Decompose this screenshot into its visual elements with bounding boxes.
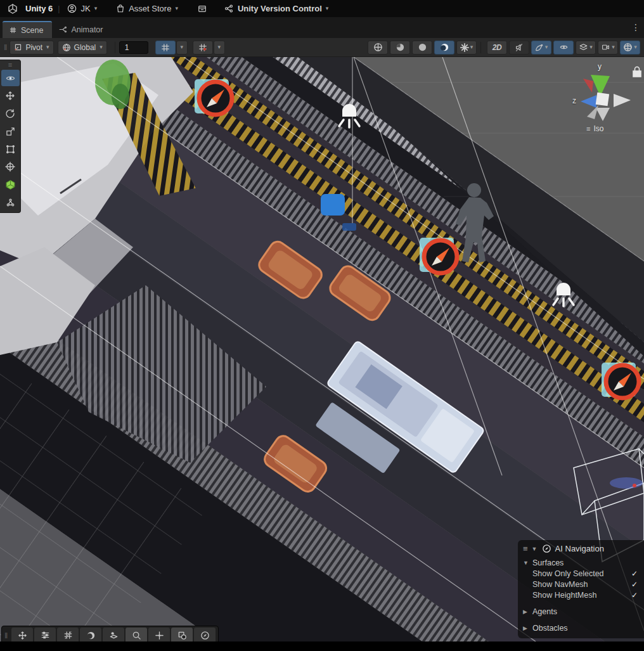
transform-icon xyxy=(5,162,15,172)
overlay-drag-handle[interactable]: ≡ xyxy=(8,61,12,69)
layers-dropdown-button[interactable]: ▾ xyxy=(576,41,596,55)
unity-logo-icon xyxy=(5,3,20,15)
joints-icon xyxy=(6,198,15,207)
rect-tool-button[interactable] xyxy=(1,141,20,157)
draw-mode-shaded-wireframe-button[interactable] xyxy=(390,41,410,55)
shaded-wireframe-sphere-icon xyxy=(396,42,405,52)
handle-orientation-button[interactable]: Global ▾ xyxy=(58,41,107,55)
grid-and-snap-overlay-button[interactable] xyxy=(57,628,79,641)
overlay-drag-handle[interactable]: ≡ xyxy=(523,544,528,553)
asset-store-button[interactable]: Asset Store ▾ xyxy=(113,3,181,15)
custom-navmesh-tool-button[interactable] xyxy=(1,176,20,193)
transform-tool-button[interactable] xyxy=(1,158,20,175)
rect-icon xyxy=(6,145,15,154)
camera-settings-dropdown-button[interactable]: ▾ xyxy=(598,41,618,55)
eye-icon xyxy=(5,74,16,83)
grid-snap-icon xyxy=(63,631,73,640)
audio-toggle[interactable] xyxy=(509,41,529,55)
navmesh-surface-gizmo-1[interactable] xyxy=(195,79,232,115)
z-axis-label: z xyxy=(572,96,576,105)
show-navmesh-row[interactable]: Show NavMesh ✓ xyxy=(532,580,639,589)
layers-icon xyxy=(579,43,588,52)
scene-lighting-button[interactable] xyxy=(412,41,432,55)
view-tool-button[interactable] xyxy=(1,70,20,86)
scale-tool-button[interactable] xyxy=(1,123,20,139)
account-menu-button[interactable]: JK ▾ xyxy=(65,3,100,15)
scene-debug-overlay-button[interactable] xyxy=(103,628,124,641)
paint-effects-icon xyxy=(535,43,544,52)
scene-lighting-toggle-button[interactable] xyxy=(434,41,454,55)
account-icon xyxy=(67,4,77,13)
pivot-icon xyxy=(14,43,22,51)
camera-icon xyxy=(601,43,610,51)
grid-options-dropdown[interactable]: ▾ xyxy=(176,41,188,55)
rotate-icon xyxy=(5,108,15,119)
grid-size-input[interactable] xyxy=(119,41,148,54)
chevron-down-icon: ▾ xyxy=(175,6,178,11)
search-overlay-button[interactable] xyxy=(126,628,147,641)
overlay-menu-button[interactable] xyxy=(171,628,193,641)
animator-icon xyxy=(58,25,67,34)
tab-scene[interactable]: Scene xyxy=(3,21,52,38)
panel-title: AI Navigation xyxy=(555,544,604,553)
chevron-down-icon: ▾ xyxy=(46,44,49,50)
projection-mode-label[interactable]: ≡ Iso xyxy=(586,124,603,133)
snap-options-dropdown[interactable]: ▾ xyxy=(214,41,225,55)
y-axis-label: y xyxy=(598,62,602,71)
gizmos-globe-icon xyxy=(623,42,633,52)
effects-dropdown-button[interactable]: ▾ xyxy=(456,41,477,55)
agents-section-header[interactable]: ▶ Agents xyxy=(523,607,639,616)
checkmark-icon[interactable]: ✓ xyxy=(631,591,639,600)
crescent-moon-icon xyxy=(86,631,96,640)
show-heightmesh-row[interactable]: Show HeightMesh ✓ xyxy=(532,591,639,600)
chevron-down-icon: ▾ xyxy=(326,6,329,11)
2d-view-toggle[interactable]: 2D xyxy=(487,41,507,55)
surfaces-section-header[interactable]: ▼ Surfaces xyxy=(523,558,639,567)
scene-effects-dropdown-button[interactable]: ▾ xyxy=(531,41,551,55)
rotate-tool-button[interactable] xyxy=(1,105,20,122)
scene-grid-icon xyxy=(9,26,17,34)
scene-viewport[interactable]: y z ≡ Iso ≡ ≡ xyxy=(0,57,644,641)
toolbar-drag-handle[interactable]: ‖ xyxy=(4,42,7,52)
pivot-mode-button[interactable]: Pivot ▾ xyxy=(10,41,53,55)
effects-star-icon xyxy=(460,43,469,52)
version-control-button[interactable]: Unity Version Control ▾ xyxy=(221,3,331,15)
globe-icon xyxy=(62,43,71,52)
tab-animator[interactable]: Animator xyxy=(52,21,112,38)
checkmark-icon[interactable]: ✓ xyxy=(631,580,639,589)
eye-icon xyxy=(559,43,569,51)
audio-muted-icon xyxy=(515,43,524,52)
obstacles-section-header[interactable]: ▶ Obstacles xyxy=(523,624,639,633)
show-only-selected-row[interactable]: Show Only Selected ✓ xyxy=(532,569,639,578)
tools-overlay-button[interactable] xyxy=(11,628,33,641)
tool-settings-overlay-button[interactable] xyxy=(34,628,56,641)
scene-view-toolbar: ‖ Pivot ▾ Global ▾ ▾ ▾ ▾ xyxy=(0,38,644,57)
navmesh-surface-gizmo-2[interactable] xyxy=(420,238,457,273)
checkmark-icon[interactable]: ✓ xyxy=(631,569,639,578)
collapse-icon[interactable]: ▼ xyxy=(532,546,538,552)
gizmos-dropdown-button[interactable]: ▾ xyxy=(620,41,640,55)
move-overlay-button[interactable] xyxy=(148,628,170,641)
more-options-icon[interactable]: ⋮ xyxy=(631,22,640,32)
lighting-sphere-icon xyxy=(418,42,427,52)
ai-navigation-overlay-button[interactable] xyxy=(194,628,216,641)
archive-button[interactable] xyxy=(195,3,210,15)
move-arrows-icon xyxy=(5,91,15,101)
cube-layers-icon xyxy=(109,631,119,640)
overlay-toolbar: ‖ xyxy=(1,626,219,641)
move-dot-icon xyxy=(155,631,164,640)
overlay-drag-handle[interactable]: ‖ xyxy=(4,631,8,640)
app-title: Unity 6 xyxy=(25,4,53,13)
toolbar-divider xyxy=(480,42,481,53)
custom-editor-tool-button[interactable] xyxy=(1,194,20,210)
move-tool-button[interactable] xyxy=(1,87,20,104)
scene-visibility-toggle[interactable] xyxy=(553,41,574,55)
draw-mode-shaded-button[interactable] xyxy=(368,41,388,55)
wireframe-sphere-icon xyxy=(373,42,383,52)
view-options-overlay-button[interactable] xyxy=(80,628,101,641)
render-artifact-blob xyxy=(610,477,643,489)
navmesh-surface-gizmo-3[interactable] xyxy=(602,363,639,398)
snap-settings-button[interactable] xyxy=(193,41,213,55)
grid-visibility-button[interactable] xyxy=(155,41,176,55)
gizmo-center-cube[interactable] xyxy=(596,93,609,106)
